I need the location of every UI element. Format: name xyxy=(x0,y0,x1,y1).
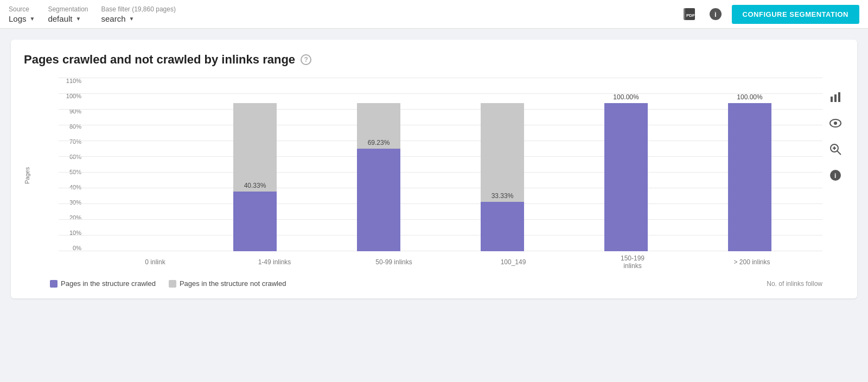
bars-container: 40.33%69.23%33.33%100.00%100.00% xyxy=(59,78,822,251)
x-axis-label: 0 inlink xyxy=(133,258,177,266)
segmentation-label: Segmentation xyxy=(48,5,88,13)
legend-item-crawled: Pages in the structure crawled xyxy=(50,279,156,288)
bar-group: 33.33% xyxy=(481,88,524,251)
legend: Pages in the structure crawled Pages in … xyxy=(50,279,286,288)
legend-item-not-crawled: Pages in the structure not crawled xyxy=(169,279,286,288)
base-filter-group: Base filter (19,860 pages) search ▼ xyxy=(101,5,176,23)
y-axis-label: Pages xyxy=(24,78,30,273)
chart-main: Pages 0%10%20%30%40%50%60%70%80%90%100%1… xyxy=(24,78,822,288)
bar-segment-crawled xyxy=(728,103,771,251)
toolbar: Source Logs ▼ Segmentation default ▼ Bas… xyxy=(0,0,868,29)
base-filter-select[interactable]: search ▼ xyxy=(101,14,176,23)
bar-stack: 40.33% xyxy=(233,88,277,251)
segmentation-value: default xyxy=(48,14,72,23)
toolbar-right: PDF i CONFIGURE SEGMENTATION xyxy=(680,4,859,24)
source-label: Source xyxy=(9,5,35,13)
bar-stack: 100.00% xyxy=(728,88,771,251)
info-icon: i xyxy=(709,7,723,21)
eye-icon xyxy=(829,119,841,128)
segmentation-group: Segmentation default ▼ xyxy=(48,5,88,23)
legend-crawled-label: Pages in the structure crawled xyxy=(61,279,156,288)
main-content: Pages crawled and not crawled by inlinks… xyxy=(0,29,868,309)
chart-footer: Pages in the structure crawled Pages in … xyxy=(50,279,822,288)
bar-group xyxy=(110,88,153,251)
legend-color-not-crawled xyxy=(169,280,176,288)
bar-group: 40.33% xyxy=(233,88,277,251)
bar-chart-icon-btn[interactable] xyxy=(827,88,844,106)
bar-segment-crawled xyxy=(481,202,524,251)
x-axis-label: 150-199 inlinks xyxy=(611,254,654,270)
bar-percentage-label: 69.23% xyxy=(357,139,400,147)
bar-segment-crawled xyxy=(357,149,400,251)
bar-segment-crawled xyxy=(233,192,277,251)
svg-text:i: i xyxy=(834,172,836,180)
source-arrow-icon: ▼ xyxy=(30,16,35,22)
svg-rect-5 xyxy=(831,97,833,102)
bar-segment-not-crawled xyxy=(481,103,524,202)
source-group: Source Logs ▼ xyxy=(9,5,35,23)
chart-plot: 0%10%20%30%40%50%60%70%80%90%100%110% 40… xyxy=(59,78,822,273)
bar-percentage-label: 40.33% xyxy=(233,182,277,189)
bar-group: 100.00% xyxy=(728,88,771,251)
card-title-text: Pages crawled and not crawled by inlinks… xyxy=(24,53,295,67)
info-chart-icon: i xyxy=(829,169,841,181)
info-icon-btn[interactable]: i xyxy=(706,4,725,24)
svg-line-11 xyxy=(837,151,841,155)
svg-rect-6 xyxy=(834,94,837,102)
bar-stack: 100.00% xyxy=(604,88,648,251)
bar-group: 100.00% xyxy=(604,88,648,251)
source-value: Logs xyxy=(9,14,27,23)
svg-rect-7 xyxy=(838,92,840,102)
pdf-icon: PDF xyxy=(682,7,697,21)
source-select[interactable]: Logs ▼ xyxy=(9,14,35,23)
base-filter-label: Base filter (19,860 pages) xyxy=(101,5,176,13)
legend-not-crawled-label: Pages in the structure not crawled xyxy=(180,279,286,288)
info-chart-icon-btn[interactable]: i xyxy=(827,167,844,184)
configure-segmentation-button[interactable]: CONFIGURE SEGMENTATION xyxy=(732,5,859,24)
bar-segment-crawled xyxy=(604,103,648,251)
svg-text:PDF: PDF xyxy=(686,13,695,18)
chart-note: No. of inlinks follow xyxy=(767,280,822,288)
legend-color-crawled xyxy=(50,280,58,288)
eye-icon-btn[interactable] xyxy=(827,114,844,132)
chart-inner: 0%10%20%30%40%50%60%70%80%90%100%110% 40… xyxy=(33,78,822,273)
zoom-icon-btn[interactable] xyxy=(827,141,844,158)
chart-wrapper: Pages 0%10%20%30%40%50%60%70%80%90%100%1… xyxy=(24,78,822,273)
bar-percentage-label: 33.33% xyxy=(481,192,524,200)
bar-stack: 33.33% xyxy=(481,88,524,251)
bar-percentage-label: 100.00% xyxy=(728,93,771,101)
bar-stack: 69.23% xyxy=(357,88,400,251)
zoom-icon xyxy=(829,143,841,155)
bar-chart-icon xyxy=(829,91,841,103)
x-labels: 0 inlink1-49 inlinks50-99 inlinks100_149… xyxy=(85,251,822,273)
x-axis-label: > 200 inlinks xyxy=(730,258,774,266)
bar-percentage-label: 100.00% xyxy=(604,93,648,101)
chart-sidebar: i xyxy=(822,78,844,288)
svg-text:i: i xyxy=(714,10,717,18)
svg-point-9 xyxy=(834,122,837,125)
segmentation-select[interactable]: default ▼ xyxy=(48,14,88,23)
x-axis-label: 100_149 xyxy=(492,258,535,266)
card-title-area: Pages crawled and not crawled by inlinks… xyxy=(24,53,844,67)
x-axis-label: 50-99 inlinks xyxy=(372,258,416,266)
chart-card: Pages crawled and not crawled by inlinks… xyxy=(11,40,857,298)
chart-area: Pages 0%10%20%30%40%50%60%70%80%90%100%1… xyxy=(24,78,844,288)
bar-segment-not-crawled xyxy=(233,103,277,192)
bar-group: 69.23% xyxy=(357,88,400,251)
pdf-icon-btn[interactable]: PDF xyxy=(680,4,699,24)
x-axis-label: 1-49 inlinks xyxy=(253,258,296,266)
bar-empty xyxy=(110,88,153,251)
help-icon[interactable]: ? xyxy=(301,54,311,65)
base-filter-arrow-icon: ▼ xyxy=(129,16,135,22)
base-filter-value: search xyxy=(101,14,126,23)
segmentation-arrow-icon: ▼ xyxy=(75,16,81,22)
